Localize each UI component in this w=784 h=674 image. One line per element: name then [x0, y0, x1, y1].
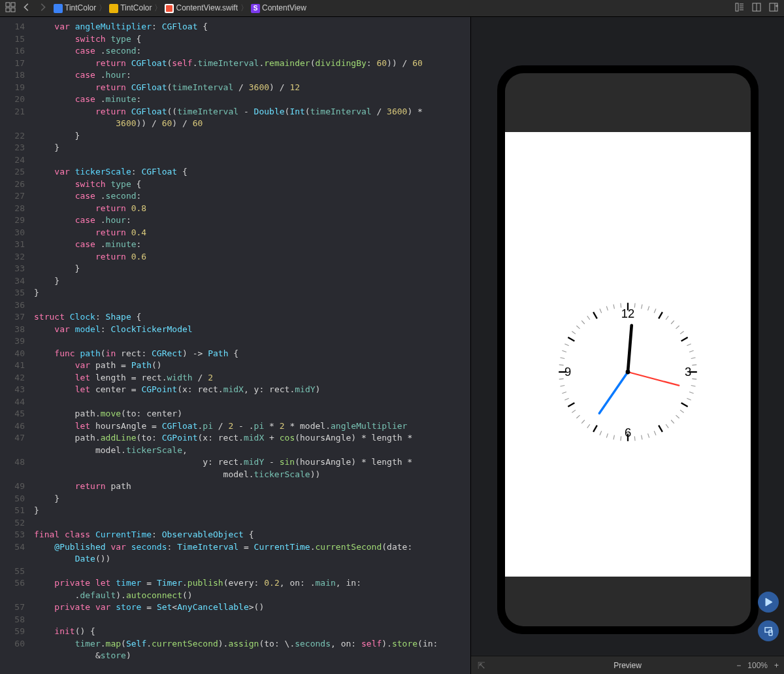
zoom-out-button[interactable]: − — [736, 661, 741, 670]
breadcrumb: TintColor〉TintColor〉ContentView.swift〉SC… — [54, 3, 306, 14]
svg-line-71 — [599, 309, 601, 312]
svg-line-63 — [562, 350, 566, 352]
svg-rect-1 — [11, 3, 15, 7]
svg-line-31 — [692, 379, 696, 379]
svg-line-40 — [659, 425, 662, 431]
app-menu-icon[interactable] — [5, 2, 16, 14]
svg-line-26 — [687, 344, 691, 346]
adjust-editor-icon[interactable] — [751, 2, 762, 14]
svg-rect-11 — [770, 3, 777, 11]
svg-line-52 — [581, 420, 585, 423]
svg-line-57 — [562, 392, 566, 393]
svg-line-20 — [659, 312, 662, 318]
svg-line-65 — [568, 337, 574, 341]
svg-line-42 — [647, 433, 649, 438]
second-hand — [628, 372, 679, 386]
svg-line-59 — [559, 379, 563, 379]
svg-line-56 — [564, 398, 568, 400]
clock-12: 12 — [621, 307, 634, 320]
svg-line-22 — [671, 320, 674, 324]
clock-9: 9 — [564, 364, 570, 378]
hour-hand — [628, 325, 632, 371]
clock-6: 6 — [624, 426, 630, 439]
breadcrumb-label: TintColor — [120, 3, 152, 12]
s-icon: S — [251, 4, 260, 13]
svg-line-51 — [587, 424, 589, 428]
svg-rect-4 — [736, 3, 738, 11]
svg-line-21 — [666, 316, 668, 320]
svg-line-33 — [689, 392, 694, 393]
svg-rect-2 — [6, 8, 10, 12]
preview-footer: ⇱ Preview − 100% + — [471, 656, 784, 674]
svg-marker-76 — [766, 598, 772, 606]
breadcrumb-item[interactable]: SContentView — [251, 3, 306, 13]
breadcrumb-item[interactable]: TintColor — [109, 3, 152, 13]
preview-label: Preview — [613, 661, 642, 670]
preview-on-device-button[interactable] — [758, 620, 779, 641]
svg-line-19 — [654, 309, 656, 312]
nav-back-button[interactable] — [22, 3, 31, 14]
breadcrumb-label: TintColor — [65, 3, 96, 12]
blue-icon — [54, 4, 63, 13]
svg-line-64 — [564, 344, 568, 346]
svg-rect-3 — [11, 8, 15, 12]
add-editor-icon[interactable] — [768, 2, 779, 14]
svg-line-54 — [572, 410, 576, 413]
svg-line-23 — [676, 326, 679, 329]
device-screen: 12 3 6 9 — [505, 132, 751, 577]
svg-line-55 — [568, 403, 574, 407]
svg-line-32 — [691, 385, 695, 386]
svg-line-49 — [599, 431, 601, 435]
svg-line-35 — [681, 403, 687, 407]
svg-line-47 — [613, 435, 614, 439]
svg-rect-78 — [769, 630, 772, 635]
code-editor[interactable]: 1415161718192021 22232425262728293031323… — [0, 17, 470, 674]
svg-line-39 — [666, 424, 668, 428]
minimap-icon[interactable] — [734, 2, 745, 14]
svg-point-75 — [625, 369, 630, 374]
svg-line-18 — [647, 306, 649, 311]
main-split: 1415161718192021 22232425262728293031323… — [0, 17, 784, 674]
nav-forward-button[interactable] — [38, 3, 47, 14]
clock-preview: 12 3 6 9 — [553, 297, 703, 447]
svg-line-70 — [593, 312, 597, 318]
svg-line-17 — [641, 304, 642, 309]
minute-hand — [599, 372, 628, 413]
clock-3: 3 — [684, 364, 691, 378]
breadcrumb-label: ContentView.swift — [176, 3, 238, 12]
svg-line-27 — [689, 350, 694, 352]
yellow-icon — [109, 4, 118, 13]
swift-icon — [165, 4, 174, 13]
breadcrumb-label: ContentView — [262, 3, 306, 12]
svg-line-28 — [691, 358, 695, 358]
svg-line-46 — [620, 436, 621, 441]
svg-line-16 — [634, 303, 635, 307]
svg-line-38 — [671, 420, 674, 423]
svg-line-66 — [572, 331, 576, 333]
breadcrumb-item[interactable]: ContentView.swift — [165, 3, 238, 13]
svg-line-67 — [576, 326, 580, 329]
svg-line-37 — [676, 415, 679, 418]
svg-line-50 — [593, 425, 597, 431]
zoom-level: 100% — [747, 661, 768, 670]
device-frame: 12 3 6 9 — [497, 65, 759, 634]
svg-line-61 — [559, 365, 563, 365]
breadcrumb-item[interactable]: TintColor — [54, 3, 96, 13]
toolbar: TintColor〉TintColor〉ContentView.swift〉SC… — [0, 0, 784, 17]
svg-line-34 — [687, 398, 691, 400]
svg-line-62 — [560, 358, 564, 358]
line-gutter: 1415161718192021 22232425262728293031323… — [0, 17, 31, 674]
pin-icon[interactable]: ⇱ — [478, 660, 485, 671]
svg-line-36 — [680, 410, 684, 413]
zoom-in-button[interactable]: + — [774, 661, 779, 670]
svg-line-25 — [681, 337, 687, 341]
svg-line-69 — [587, 316, 589, 320]
preview-canvas[interactable]: 12 3 6 9 — [471, 17, 784, 656]
svg-line-72 — [606, 306, 608, 311]
svg-rect-0 — [6, 3, 10, 7]
svg-line-73 — [613, 304, 614, 309]
code-content[interactable]: var angleMultiplier: CGFloat { switch ty… — [31, 17, 470, 674]
svg-line-41 — [654, 431, 656, 435]
svg-line-44 — [634, 436, 635, 441]
live-preview-button[interactable] — [758, 592, 779, 613]
